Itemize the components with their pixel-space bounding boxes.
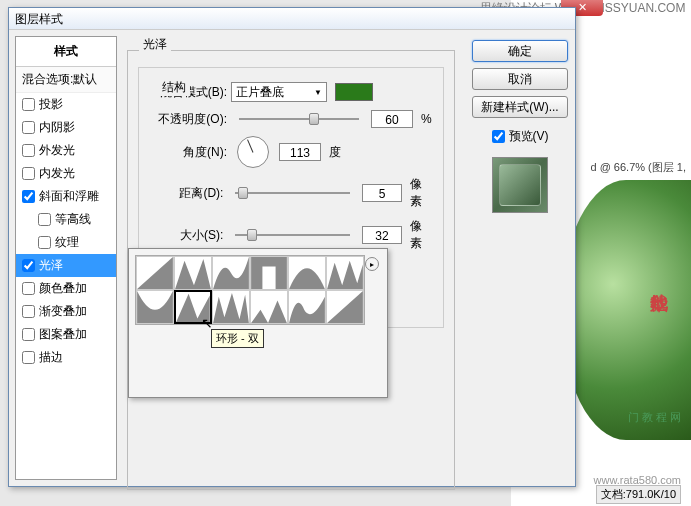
style-item-8[interactable]: 颜色叠加 <box>16 277 116 300</box>
size-label: 大小(S): <box>149 227 223 244</box>
style-item-1[interactable]: 内阴影 <box>16 116 116 139</box>
size-slider[interactable] <box>235 234 350 236</box>
new-style-button[interactable]: 新建样式(W)... <box>472 96 568 118</box>
contour-preset-11[interactable] <box>326 290 364 324</box>
contour-preset-10[interactable] <box>288 290 326 324</box>
blend-mode-dropdown[interactable]: 正片叠底 ▼ <box>231 82 327 102</box>
section-label-structure: 结构 <box>158 79 190 96</box>
contour-preset-3[interactable] <box>250 256 288 290</box>
opacity-label: 不透明度(O): <box>149 111 227 128</box>
contour-preset-4[interactable] <box>288 256 326 290</box>
style-item-2[interactable]: 外发光 <box>16 139 116 162</box>
jade-preview <box>561 180 691 440</box>
ok-button[interactable]: 确定 <box>472 40 568 62</box>
layer-style-dialog: 图层样式 样式 混合选项:默认 投影内阴影外发光内发光斜面和浮雕等高线纹理光泽颜… <box>8 7 576 487</box>
preview-checkbox[interactable]: 预览(V) <box>492 128 549 145</box>
style-item-0[interactable]: 投影 <box>16 93 116 116</box>
style-item-7[interactable]: 光泽 <box>16 254 116 277</box>
picker-menu-button[interactable]: ▸ <box>365 257 379 271</box>
color-swatch[interactable] <box>335 83 373 101</box>
section-label-satin: 光泽 <box>139 36 171 53</box>
style-item-4[interactable]: 斜面和浮雕 <box>16 185 116 208</box>
contour-picker-popup: ▸ ↖ 环形 - 双 <box>128 248 388 398</box>
contour-preset-1[interactable] <box>174 256 212 290</box>
opacity-slider[interactable] <box>239 118 359 120</box>
preview-thumbnail <box>492 157 548 213</box>
contour-preset-6[interactable] <box>136 290 174 324</box>
angle-dial[interactable] <box>237 136 269 168</box>
contour-tooltip: 环形 - 双 <box>211 329 264 348</box>
style-item-3[interactable]: 内发光 <box>16 162 116 185</box>
dialog-title: 图层样式 <box>9 8 575 30</box>
style-item-5[interactable]: 等高线 <box>16 208 116 231</box>
style-item-9[interactable]: 渐变叠加 <box>16 300 116 323</box>
contour-preset-5[interactable] <box>326 256 364 290</box>
size-input[interactable]: 32 <box>362 226 402 244</box>
cancel-button[interactable]: 取消 <box>472 68 568 90</box>
contour-preset-0[interactable] <box>136 256 174 290</box>
distance-slider[interactable] <box>235 192 350 194</box>
contour-preset-2[interactable] <box>212 256 250 290</box>
opacity-input[interactable]: 60 <box>371 110 413 128</box>
style-item-6[interactable]: 纹理 <box>16 231 116 254</box>
chevron-down-icon: ▼ <box>314 88 322 97</box>
blend-defaults[interactable]: 混合选项:默认 <box>16 67 116 93</box>
angle-input[interactable]: 113 <box>279 143 321 161</box>
contour-preset-8[interactable] <box>212 290 250 324</box>
distance-input[interactable]: 5 <box>362 184 402 202</box>
style-list: 样式 混合选项:默认 投影内阴影外发光内发光斜面和浮雕等高线纹理光泽颜色叠加渐变… <box>15 36 117 480</box>
mouse-cursor-icon: ↖ <box>201 315 213 331</box>
doc-size-info: 文档:791.0K/10 <box>596 485 681 504</box>
angle-label: 角度(N): <box>149 144 227 161</box>
style-item-10[interactable]: 图案叠加 <box>16 323 116 346</box>
styles-header: 样式 <box>16 37 116 67</box>
contour-preset-9[interactable] <box>250 290 288 324</box>
zoom-info: d @ 66.7% (图层 1, <box>590 160 686 175</box>
watermark: 门 教 程 网 <box>628 410 681 425</box>
style-item-11[interactable]: 描边 <box>16 346 116 369</box>
distance-label: 距离(D): <box>149 185 223 202</box>
